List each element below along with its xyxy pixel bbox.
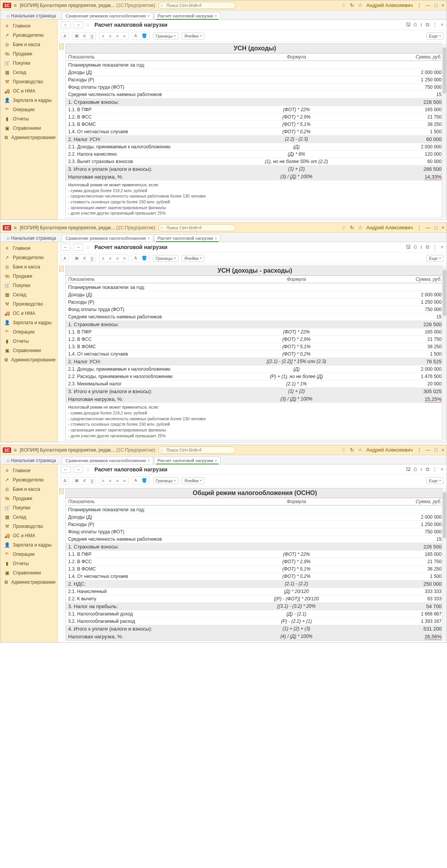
underline-button[interactable]: Ч	[89, 255, 95, 261]
align-justify-icon[interactable]: ≡	[121, 255, 127, 261]
font-color-button[interactable]: A	[62, 33, 68, 39]
tab-compare[interactable]: Сравнение режимов налогообложения×	[62, 457, 153, 464]
scrollbar-vertical[interactable]	[442, 488, 447, 641]
sidebar-item[interactable]: ≡Главное	[0, 21, 57, 31]
bell-icon[interactable]: ♢	[341, 2, 346, 8]
sidebar-item[interactable]: ✿Администрирование	[0, 578, 57, 587]
bucket-icon[interactable]: 🪣	[140, 33, 149, 39]
align-center-icon[interactable]: ≡	[107, 255, 113, 261]
history-icon[interactable]: ↻	[350, 2, 354, 8]
sidebar-item[interactable]: ▦Склад	[0, 68, 57, 77]
align-right-icon[interactable]: ≡	[114, 255, 120, 261]
save-icon[interactable]: 🖫	[406, 244, 411, 250]
sidebar-item[interactable]: ≡Главное	[0, 244, 57, 253]
sidebar-item[interactable]: 🚚ОС и НМА	[0, 309, 57, 318]
back-button[interactable]: ←	[61, 466, 71, 473]
cells-dropdown[interactable]: Ячейки▾	[182, 255, 204, 262]
spreadsheet[interactable]: УСН (доходы - расходы)ПоказательФормулаС…	[65, 266, 444, 440]
sep-icon[interactable]: ⋮	[417, 2, 422, 8]
align-center-icon[interactable]: ≡	[107, 33, 113, 39]
back-button[interactable]: ←	[61, 21, 71, 28]
search-input[interactable]	[158, 447, 236, 454]
sidebar-item[interactable]: 🛒Покупки	[0, 281, 57, 290]
home-tab[interactable]: ⌂Начальная страница	[3, 12, 59, 19]
close-icon[interactable]: ×	[215, 459, 217, 463]
menu-icon[interactable]: ≡	[14, 225, 17, 231]
close-icon[interactable]: ×	[441, 447, 444, 453]
sep-icon[interactable]: ⋮	[417, 225, 422, 230]
home-tab[interactable]: ⌂Начальная страница	[3, 457, 59, 464]
sidebar-item[interactable]: 👤Зарплата и кадры	[0, 318, 57, 327]
minimize-icon[interactable]: —	[426, 447, 431, 453]
more-dropdown[interactable]: Еще▾	[426, 255, 444, 262]
home-tab[interactable]: ⌂Начальная страница	[3, 235, 59, 242]
bucket-icon[interactable]: 🪣	[140, 255, 149, 261]
cells-dropdown[interactable]: Ячейки▾	[182, 33, 204, 40]
sidebar-item[interactable]: ᴬᵏОперации	[0, 550, 57, 559]
sidebar-item[interactable]: ▣Справочники	[0, 124, 57, 133]
font-color-button[interactable]: A	[62, 255, 68, 261]
tab-compare[interactable]: Сравнение режимов налогообложения×	[62, 234, 153, 242]
link-icon[interactable]: ⧉	[426, 466, 429, 473]
borders-dropdown[interactable]: Границы▾	[153, 33, 178, 40]
more-dropdown[interactable]: Еще▾	[426, 33, 444, 40]
favorite-icon[interactable]: ☆	[86, 22, 91, 28]
sidebar-item[interactable]: 🛍Продажи	[0, 49, 57, 58]
italic-button[interactable]: К	[81, 33, 87, 39]
font-color-button[interactable]: A	[62, 478, 68, 484]
minimize-icon[interactable]: —	[426, 225, 431, 230]
align-center-icon[interactable]: ≡	[107, 478, 113, 484]
bold-button[interactable]: Ж	[73, 33, 80, 39]
export-icon[interactable]: ⩇	[420, 466, 423, 473]
favorite-icon[interactable]: ☆	[86, 466, 91, 473]
align-right-icon[interactable]: ≡	[114, 33, 120, 39]
align-left-icon[interactable]: ≡	[100, 33, 106, 39]
underline-button[interactable]: Ч	[89, 33, 95, 39]
menu-icon[interactable]: ≡	[14, 2, 17, 9]
export-icon[interactable]: ⩇	[420, 22, 423, 28]
bold-button[interactable]: Ж	[73, 478, 80, 484]
sidebar-item[interactable]: ↗Руководителю	[0, 31, 57, 40]
tab-compare[interactable]: Сравнение режимов налогообложения×	[62, 12, 153, 19]
scrollbar-thumb[interactable]	[443, 492, 446, 538]
sep-icon[interactable]: ⋮	[417, 447, 422, 453]
link-icon[interactable]: ⧉	[426, 244, 429, 250]
borders-dropdown[interactable]: Границы▾	[153, 477, 178, 484]
maximize-icon[interactable]: □	[435, 2, 438, 8]
sidebar-item[interactable]: ᴬᵏОперации	[0, 105, 57, 114]
sidebar-item[interactable]: ◎Банк и касса	[0, 40, 57, 49]
sidebar-item[interactable]: ≡Главное	[0, 466, 57, 475]
italic-button[interactable]: К	[81, 478, 87, 484]
close-icon[interactable]: ×	[441, 225, 444, 230]
sidebar-item[interactable]: ▮Отчеты	[0, 337, 57, 346]
sidebar-item[interactable]: ▣Справочники	[0, 568, 57, 578]
more-icon[interactable]: ⋮	[432, 244, 437, 250]
sidebar-item[interactable]: ✿Администрирование	[0, 133, 57, 142]
align-right-icon[interactable]: ≡	[114, 478, 120, 484]
sidebar-item[interactable]: 👤Зарплата и кадры	[0, 540, 57, 550]
export-icon[interactable]: ⩇	[420, 244, 423, 250]
fill-icon[interactable]: A	[132, 255, 139, 261]
sidebar-item[interactable]: ▦Склад	[0, 512, 57, 522]
align-justify-icon[interactable]: ≡	[121, 33, 127, 39]
close-icon[interactable]: ×	[441, 2, 444, 8]
sidebar-item[interactable]: 👤Зарплата и кадры	[0, 96, 57, 105]
scrollbar-thumb[interactable]	[443, 270, 446, 316]
bold-button[interactable]: Ж	[73, 255, 80, 261]
link-icon[interactable]: ⧉	[426, 22, 429, 28]
sidebar-item[interactable]: ◎Банк и касса	[0, 485, 57, 494]
close-icon[interactable]: ×	[147, 459, 150, 463]
search-input[interactable]	[158, 224, 236, 231]
history-icon[interactable]: ↻	[350, 447, 354, 453]
sidebar-item[interactable]: ✿Администрирование	[0, 355, 57, 364]
sidebar-item[interactable]: ▮Отчеты	[0, 114, 57, 124]
more-icon[interactable]: ⋮	[432, 466, 437, 473]
save-icon[interactable]: 🖫	[406, 22, 411, 28]
tab-calc[interactable]: Расчет налоговой нагрузки×	[154, 12, 221, 19]
close-icon[interactable]: ×	[147, 14, 150, 18]
save-icon[interactable]: 🖫	[406, 466, 411, 473]
more-dropdown[interactable]: Еще▾	[426, 477, 444, 484]
user-name[interactable]: Андрей Алексеевич	[367, 225, 413, 230]
align-justify-icon[interactable]: ≡	[121, 478, 127, 484]
menu-icon[interactable]: ≡	[14, 447, 17, 453]
